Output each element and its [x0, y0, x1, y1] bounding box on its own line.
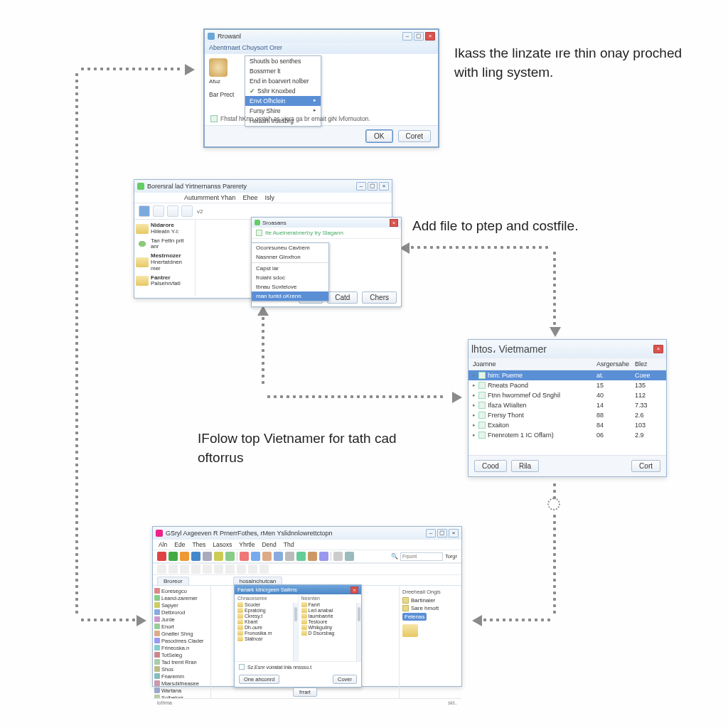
titlebar[interactable]: lhtos، Vietmamer × [469, 340, 666, 358]
toolbar-icon[interactable] [285, 552, 294, 561]
cancel-button[interactable]: Cover [333, 675, 357, 684]
menu-item[interactable]: Fursy Shire [245, 106, 321, 116]
toolbar-icon[interactable] [191, 552, 200, 561]
scrollbar-thumb[interactable] [294, 607, 297, 621]
tree-item[interactable]: Jurde [154, 616, 209, 623]
menu-item[interactable]: Thd [284, 541, 294, 548]
menu-item[interactable]: tbnau Soxtelove [252, 282, 328, 291]
toolbar-icon[interactable] [191, 564, 200, 574]
tree-item[interactable]: Miarsdkfneasee [154, 680, 209, 687]
close-button[interactable]: × [425, 32, 435, 41]
tree-item[interactable]: TotSeleg [154, 651, 209, 658]
folder-item[interactable]: Kbant [237, 619, 295, 624]
toolbar-icon[interactable] [259, 564, 269, 574]
close-button[interactable]: Cort [631, 460, 660, 472]
scrollbar[interactable] [356, 603, 361, 661]
maximize-button[interactable]: ▢ [368, 182, 378, 191]
toolbar-icon[interactable] [251, 552, 260, 561]
table-row[interactable]: ▸hirn: Puerneat.Coee [469, 370, 666, 380]
cancel-button[interactable]: Catd [327, 291, 358, 304]
panel-item[interactable]: Felenas [402, 612, 459, 621]
ok-button[interactable]: OK [366, 130, 392, 142]
folder-item[interactable]: Testoore [301, 619, 359, 624]
menu-item[interactable]: Isly [264, 194, 274, 201]
maximize-button[interactable]: ▢ [437, 529, 447, 537]
panel-item-selected[interactable]: Felenas [402, 613, 427, 621]
menu-item[interactable]: Capst lar [252, 264, 328, 273]
close-button[interactable]: × [449, 529, 459, 537]
column-header[interactable]: Joarnne [473, 360, 596, 368]
menubar[interactable]: Autumrment Yhan Ehee Isly [134, 193, 392, 203]
scrollbar[interactable] [293, 603, 298, 661]
tree-item[interactable]: Wartana [154, 687, 209, 694]
tree-item[interactable]: Detbrorod [154, 609, 209, 616]
tree-item[interactable]: Tad tremt Rran [154, 658, 209, 665]
toolbar-icon[interactable] [157, 564, 166, 574]
toolbar-icon[interactable] [168, 552, 178, 561]
titlebar[interactable]: GSryl Axgeeven R PrnerrFothes, rMen Ysli… [153, 527, 461, 540]
column-header[interactable]: Blez [635, 360, 662, 368]
menu-item[interactable]: Ede [174, 541, 185, 548]
folder-item[interactable]: Fronosika m [237, 630, 295, 636]
folder-item[interactable]: Iaumbanrle [301, 613, 359, 619]
column-header[interactable]: Asrgersahe [596, 360, 635, 368]
menubar[interactable]: Aln Ede Thes Lasoxs Yhrtle Dend Thd [153, 540, 461, 550]
toolbar-icon[interactable] [203, 564, 212, 574]
tab[interactable]: Broreor [157, 577, 189, 585]
titlebar[interactable]: Rrowanl – ▢ × [205, 30, 438, 43]
sidebar-item[interactable]: FantrerPalsehn/tatl [136, 274, 193, 289]
folder-item[interactable]: Dh.oure [237, 624, 295, 630]
panel-item[interactable]: Sare hmott [402, 604, 459, 612]
search-box[interactable]: 🔍 Torgr [391, 552, 457, 561]
maximize-button[interactable]: ▢ [414, 32, 424, 41]
folder-item[interactable]: Scoder [237, 601, 295, 607]
folder-item[interactable]: D Dsorsbag [301, 630, 359, 636]
toolbar-icon[interactable] [214, 552, 223, 561]
menu-item[interactable]: Thes [192, 541, 205, 548]
child-titlebar[interactable]: Sroasans × [252, 218, 401, 228]
folder-item[interactable]: Ckresy.t [237, 613, 295, 619]
toolbar-icon[interactable] [240, 552, 249, 561]
tree-item[interactable]: Fnaremm [154, 673, 209, 680]
toolbar-icon[interactable] [180, 564, 189, 574]
panel-item[interactable]: Bartinaler [402, 596, 459, 604]
folder-item[interactable]: Epratcing [237, 607, 295, 613]
context-menu[interactable]: Oconrsuneu Cavbem Nasnner Glnxfron Capst… [251, 242, 329, 301]
tree-item[interactable]: Shos [154, 665, 209, 673]
toolbar-icon[interactable] [274, 552, 283, 561]
cancel-button[interactable]: Coret [398, 130, 431, 142]
tree-item[interactable]: Gnatter Shng [154, 630, 209, 637]
toolbar-icon[interactable] [237, 564, 246, 574]
checkbox[interactable] [239, 664, 245, 670]
folder-item[interactable]: Whikguilny [301, 624, 359, 630]
folder-item[interactable]: Fanrt [301, 601, 359, 607]
tree-item[interactable]: Enort [154, 623, 209, 630]
menu-item[interactable]: froiahi sdoc [252, 273, 328, 282]
close-button[interactable]: × [390, 219, 398, 227]
folder-item[interactable]: Led anabal [301, 607, 359, 613]
tree-item[interactable]: Leand-zaremer [154, 594, 209, 601]
menu-item[interactable]: Autumrment Yhan [184, 194, 235, 201]
search-go[interactable]: Torgr [445, 553, 457, 560]
close-button[interactable]: × [350, 587, 358, 594]
minimize-button[interactable]: – [356, 182, 366, 191]
nav-back-button[interactable] [139, 205, 150, 217]
toolbar-icon[interactable] [248, 564, 257, 574]
tree-panel[interactable]: EoresegcoLeand-zaremerSapyerDetbrorodJur… [153, 586, 211, 698]
menu-item-checked[interactable]: Sshr Knoxbed [245, 86, 321, 96]
menu-item[interactable]: Lasoxs [213, 541, 232, 548]
toolbar-icon[interactable] [225, 552, 235, 561]
toolbar-icon[interactable] [308, 552, 317, 561]
menu-item[interactable]: Bossrrner lt [245, 66, 321, 76]
toolbar-icon[interactable] [157, 552, 166, 561]
toolbar-button[interactable] [167, 205, 178, 217]
toolbar-icon[interactable] [180, 552, 189, 561]
menu-item[interactable]: Dend [262, 541, 276, 548]
dialog-titlebar[interactable]: Fanark Idncrgeen Sallrns × [235, 585, 361, 594]
action-button[interactable]: Cood [474, 460, 507, 472]
menu-item[interactable]: Ehee [242, 194, 257, 201]
toolbar[interactable]: 🔍 Torgr [153, 550, 461, 563]
tree-item[interactable]: Sapyer [154, 601, 209, 609]
checkbox-row[interactable]: Sz.Esnr voiratat lnla nnssso.t [235, 661, 361, 672]
folder-item[interactable]: Slatnosr [237, 636, 295, 641]
